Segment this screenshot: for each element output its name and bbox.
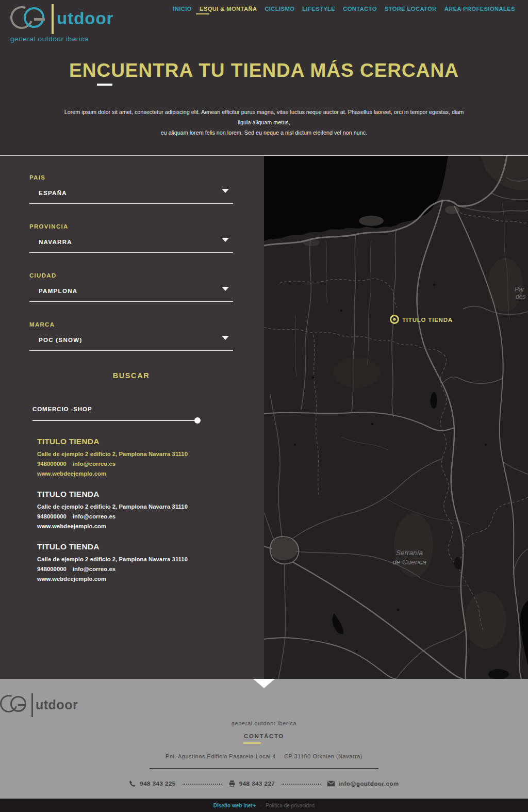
nav-item-store-locator[interactable]: STORE LOCATOR — [385, 6, 437, 12]
comercio-slider-label: COMERCIO -SHOP — [32, 406, 92, 412]
footer-tagline: general outdoor iberica — [0, 720, 528, 726]
fax-icon — [228, 780, 236, 787]
store-results-list: TITULO TIENDA Calle de ejemplo 2 edifici… — [29, 437, 233, 582]
comercio-slider-knob[interactable] — [194, 417, 201, 424]
intro-paragraph: Lorem ipsum dolor sit amet, consectetur … — [58, 107, 470, 138]
marca-selected-value: POC (SNOW) — [39, 337, 82, 343]
footer-contact-link[interactable]: CONTÁCTO — [0, 733, 528, 739]
provincia-select[interactable]: NAVARRA — [29, 237, 233, 253]
nav-item-esqui-montana[interactable]: ESQUI & MONTAÑA — [200, 6, 257, 12]
store-contact-line: 948000000info@correo.es — [37, 461, 233, 467]
field-label-pais: PAIS — [29, 174, 233, 181]
footer-fax-number: 948 343 227 — [239, 781, 275, 787]
store-address: Calle de ejemplo 2 edificio 2, Pamplona … — [37, 556, 233, 562]
header: utdoor general outdoor iberica INICIO ES… — [0, 0, 528, 52]
footer-email[interactable]: info@goutdoor.com — [338, 781, 399, 787]
footer-divider — [150, 768, 378, 769]
buscar-button[interactable]: BUSCAR — [110, 370, 153, 381]
dotted-separator — [183, 784, 222, 785]
web-design-credit-link[interactable]: Diseño web Inet+ — [213, 803, 256, 808]
store-email[interactable]: info@correo.es — [73, 566, 116, 572]
store-result-item[interactable]: TITULO TIENDA Calle de ejemplo 2 edifici… — [37, 490, 233, 529]
footer-address-postal: CP 31160 Orkoien (Navarra) — [284, 753, 362, 759]
ciudad-select[interactable]: PAMPLONA — [29, 286, 233, 302]
store-website[interactable]: www.webdeejemplo.com — [37, 523, 233, 529]
contact-underline-bar — [243, 742, 261, 744]
logo-g-bar — [34, 18, 45, 21]
nav-item-area-profesionales[interactable]: ÁREA PROFESIONALES — [444, 6, 515, 12]
search-panel: PAIS ESPAÑA PROVINCIA NAVARRA CIUDAD — [0, 156, 264, 679]
nav-item-lifestyle[interactable]: LIFESTYLE — [302, 6, 335, 12]
bullseye-marker-dot — [393, 318, 395, 320]
footer-email-item: info@goutdoor.com — [327, 780, 399, 787]
privacy-policy-link[interactable]: Política de privacidad — [266, 803, 315, 808]
store-phone: 948000000 — [37, 513, 67, 519]
nav-item-contacto[interactable]: CONTACTO — [343, 6, 377, 12]
pais-select[interactable]: ESPAÑA — [29, 188, 233, 204]
intro-line-2: eu aliquam lorem felis non lorem. Sed eu… — [58, 128, 470, 138]
store-phone: 948000000 — [37, 566, 67, 572]
store-email[interactable]: info@correo.es — [73, 461, 116, 467]
chevron-down-icon — [222, 189, 229, 193]
map-region-label: de Cuenca — [392, 558, 426, 566]
nav-item-ciclismo[interactable]: CICLISMO — [265, 6, 294, 12]
field-label-marca: MARCA — [29, 321, 233, 328]
brand-logo-icon: utdoor — [9, 4, 92, 34]
store-result-item[interactable]: TITULO TIENDA Calle de ejemplo 2 edifici… — [37, 542, 233, 582]
map-region-label: Serranía — [396, 549, 423, 557]
footer-contact-row: 948 343 225 948 343 227 info@goutdoor.co… — [0, 780, 528, 787]
logo-circle-teal — [24, 7, 44, 28]
hero-section: ENCUENTRA TU TIENDA MÁS CERCANA Lorem ip… — [0, 52, 528, 156]
marca-select[interactable]: POC (SNOW) — [29, 335, 233, 351]
store-email[interactable]: info@correo.es — [73, 513, 116, 519]
store-website[interactable]: www.webdeejemplo.com — [37, 470, 233, 477]
store-phone: 948000000 — [37, 461, 67, 467]
store-title: TITULO TIENDA — [37, 490, 233, 499]
footer-logo-wordmark: utdoor — [36, 697, 78, 712]
comercio-slider-track[interactable] — [32, 420, 197, 421]
nav-item-inicio[interactable]: INICIO — [173, 6, 192, 12]
footer-fax-item: 948 343 227 — [228, 780, 275, 787]
field-pais: PAIS ESPAÑA — [29, 174, 233, 204]
logo-tagline: general outdoor iberica — [10, 35, 89, 43]
field-label-provincia: PROVINCIA — [29, 223, 233, 230]
store-contact-line: 948000000info@correo.es — [37, 566, 233, 572]
footer-address: Pol. Agustinos Edificio Pasarela-Local 4… — [0, 753, 528, 759]
phone-icon — [129, 780, 136, 787]
pais-selected-value: ESPAÑA — [39, 190, 67, 196]
bottom-bar: Diseño web Inet+ - Política de privacida… — [0, 799, 528, 812]
title-underline-bar — [97, 84, 112, 86]
provincia-selected-value: NAVARRA — [39, 239, 72, 245]
store-contact-line: 948000000info@correo.es — [37, 513, 233, 519]
footer-address-street: Pol. Agustinos Edificio Pasarela-Local 4 — [166, 753, 276, 759]
store-map[interactable]: Serranía de Cuenca Par des TITULO TIENDA — [264, 156, 528, 679]
store-result-item[interactable]: TITULO TIENDA Calle de ejemplo 2 edifici… — [37, 437, 233, 477]
chevron-down-icon — [222, 336, 229, 340]
chevron-down-icon — [222, 238, 229, 242]
field-provincia: PROVINCIA NAVARRA — [29, 223, 233, 253]
bottom-bar-separator: - — [260, 803, 261, 808]
map-edge-label: Par — [515, 286, 525, 293]
field-ciudad: CIUDAD PAMPLONA — [29, 272, 233, 302]
ciudad-selected-value: PAMPLONA — [39, 288, 77, 294]
brand-logo[interactable]: utdoor general outdoor iberica — [9, 4, 123, 50]
store-website[interactable]: www.webdeejemplo.com — [37, 576, 233, 582]
intro-line-1: Lorem ipsum dolor sit amet, consectetur … — [58, 107, 470, 128]
logo-g-bar — [18, 704, 26, 706]
envelope-icon — [327, 780, 335, 787]
footer-phone-number: 948 343 225 — [140, 781, 175, 787]
page: utdoor general outdoor iberica INICIO ES… — [0, 0, 528, 812]
map-edge-label: des — [516, 293, 525, 300]
content: PAIS ESPAÑA PROVINCIA NAVARRA CIUDAD — [0, 156, 528, 679]
chevron-down-icon — [222, 287, 229, 291]
logo-yellow-bar — [52, 4, 54, 34]
store-title: TITULO TIENDA — [37, 437, 233, 446]
store-search-form: PAIS ESPAÑA PROVINCIA NAVARRA CIUDAD — [29, 174, 233, 595]
footer-notch-triangle — [253, 679, 275, 688]
comercio-filter: COMERCIO -SHOP — [29, 404, 233, 421]
map-canvas: Serranía de Cuenca Par des TITULO TIENDA — [264, 156, 528, 679]
store-address: Calle de ejemplo 2 edificio 2, Pamplona … — [37, 451, 233, 457]
field-marca: MARCA POC (SNOW) — [29, 321, 233, 351]
store-title: TITULO TIENDA — [37, 542, 233, 551]
footer: utdoor general outdoor iberica CONTÁCTO … — [0, 679, 528, 799]
